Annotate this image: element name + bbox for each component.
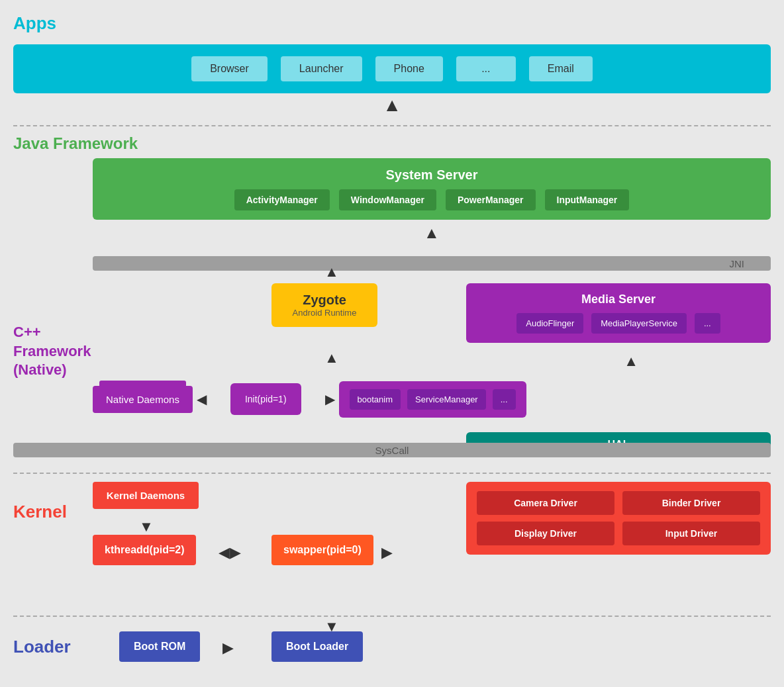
- native-daemons-box: Native Daemons: [93, 386, 193, 413]
- divider-apps-java: [13, 125, 771, 126]
- media-server-box: Media Server AudioFlinger MediaPlayerSer…: [466, 283, 771, 343]
- java-framework-label: Java Framework: [13, 134, 771, 153]
- boot-loader-box: Boot Loader: [271, 631, 363, 662]
- zygote-subtitle: Android Runtime: [291, 308, 358, 318]
- arrow-native-init: ◀: [197, 391, 207, 407]
- zygote-box: Zygote Android Runtime: [271, 283, 377, 327]
- jni-label: JNI: [730, 258, 745, 269]
- arrow-init-services: ▶: [325, 391, 335, 407]
- app-browser: Browser: [191, 56, 268, 81]
- apps-bar: Browser Launcher Phone ... Email: [13, 44, 771, 93]
- init-pid: (pid=1): [258, 394, 287, 404]
- loader-label: Loader: [13, 637, 71, 657]
- camera-driver: Camera Driver: [477, 491, 614, 515]
- arrow-daemon-to-kthreadd: ▼: [139, 518, 154, 535]
- cpp-framework-label: C++ Framework(Native): [13, 323, 86, 380]
- architecture-diagram: Apps Browser Launcher Phone ... Email ▲ …: [13, 13, 771, 678]
- kthreadd-pid: (pid=2): [150, 544, 185, 555]
- app-ellipsis: ...: [456, 56, 516, 81]
- media-server-items: AudioFlinger MediaPlayerService ...: [479, 313, 758, 334]
- ms-ellipsis: ...: [695, 313, 720, 334]
- native-daemons-tab: [99, 381, 186, 386]
- native-daemons-label: Native Daemons: [106, 394, 179, 405]
- binder-driver: Binder Driver: [622, 491, 760, 515]
- arrow-kthreadd-swapper: ◀▶: [219, 544, 241, 561]
- ss-power-manager: PowerManager: [446, 189, 536, 210]
- arrow-init-to-zygote: ▲: [324, 349, 339, 367]
- boot-rom-box: Boot ROM: [119, 631, 200, 662]
- arrow-zygote-to-ss: ▲: [324, 263, 339, 281]
- system-server-title: System Server: [106, 167, 758, 183]
- ss-window-manager: WindowManager: [339, 189, 436, 210]
- drivers-row-2: Display Driver Input Driver: [477, 522, 760, 545]
- kthreadd-box: kthreadd(pid=2): [93, 535, 196, 565]
- media-server-title: Media Server: [479, 293, 758, 306]
- arrow-java-to-jni: ▲: [424, 224, 440, 242]
- svc-bootanim: bootanim: [350, 389, 401, 410]
- loader-section: Loader ▼ Boot ROM ▶ Boot Loader: [13, 625, 771, 678]
- arrow-media-up: ▲: [624, 353, 638, 370]
- arrow-swapper-to-drivers: ▶: [381, 544, 393, 561]
- swapper-pid: (pid=0): [326, 544, 362, 555]
- system-server-box: System Server ActivityManager WindowMana…: [93, 158, 771, 220]
- cpp-framework-section: C++ Framework(Native) Zygote Android Run…: [13, 283, 771, 429]
- zygote-title: Zygote: [291, 293, 358, 308]
- syscall-section: SysCall: [13, 435, 771, 465]
- swapper-box: swapper(pid=0): [271, 535, 373, 565]
- apps-label: Apps: [13, 13, 56, 34]
- input-driver: Input Driver: [622, 522, 760, 545]
- system-server-items: ActivityManager WindowManager PowerManag…: [106, 189, 758, 210]
- ms-audioflinger: AudioFlinger: [516, 313, 583, 334]
- kernel-daemons-box: Kernel Daemons: [93, 482, 199, 509]
- apps-section: Apps Browser Launcher Phone ... Email ▲: [13, 13, 771, 117]
- app-email: Email: [529, 56, 593, 81]
- ms-mediaplayerservice: MediaPlayerService: [591, 313, 687, 334]
- drivers-row-1: Camera Driver Binder Driver: [477, 491, 760, 515]
- services-box: bootanim ServiceManager ...: [339, 381, 526, 418]
- app-launcher: Launcher: [281, 56, 362, 81]
- divider-cpp-kernel: [13, 473, 771, 474]
- kthreadd-label: kthreadd: [105, 544, 150, 555]
- kernel-section: Kernel Kernel Daemons ▼ kthreadd(pid=2) …: [13, 482, 771, 608]
- init-row: Native Daemons ◀ Init(pid=1) ▶ bootanim …: [93, 376, 771, 422]
- svc-servicemanager: ServiceManager: [407, 389, 486, 410]
- jni-bar: [93, 256, 771, 271]
- drivers-box: Camera Driver Binder Driver Display Driv…: [466, 482, 771, 555]
- jni-section: JNI: [13, 249, 771, 278]
- arrow-apps-to-java: ▲: [13, 93, 771, 117]
- syscall-label: SysCall: [375, 445, 409, 456]
- app-phone: Phone: [375, 56, 443, 81]
- ss-activity-manager: ActivityManager: [234, 189, 330, 210]
- divider-kernel-loader: [13, 616, 771, 617]
- display-driver: Display Driver: [477, 522, 614, 545]
- kernel-label: Kernel: [13, 502, 67, 522]
- init-label: Init: [245, 394, 258, 404]
- svc-ellipsis: ...: [493, 389, 516, 410]
- swapper-label: swapper: [283, 544, 326, 555]
- java-framework-section: Java Framework System Server ActivityMan…: [13, 134, 771, 242]
- init-box: Init(pid=1): [230, 383, 301, 415]
- ss-input-manager: InputManager: [545, 189, 630, 210]
- arrow-bootrom-to-bootloader: ▶: [222, 639, 234, 657]
